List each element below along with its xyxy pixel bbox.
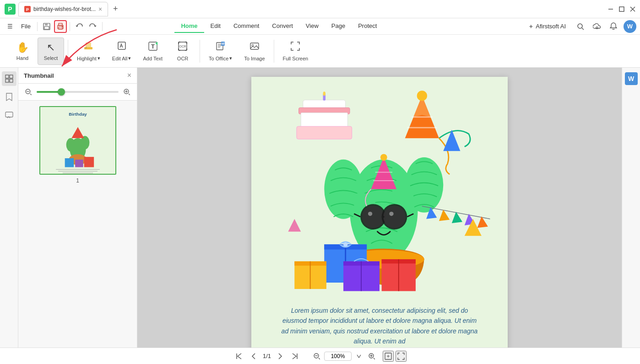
edit-all-tool[interactable]: Edit All ▾: [107, 37, 136, 65]
zoom-in-bottom-btn[interactable]: [366, 351, 377, 362]
bottom-bar: 1/1 100%: [0, 348, 640, 364]
thumbnail-header: Thumbnail ×: [18, 68, 137, 84]
svg-point-95: [389, 212, 393, 216]
new-tab-btn[interactable]: +: [110, 4, 121, 15]
menu-home[interactable]: Home: [174, 20, 204, 33]
zoom-in-btn[interactable]: [122, 87, 131, 96]
tab-close-btn[interactable]: ×: [98, 5, 102, 13]
save-btn[interactable]: [40, 20, 53, 33]
full-screen-label: Full Screen: [283, 56, 309, 61]
fit-page-btn[interactable]: [383, 351, 394, 362]
svg-rect-46: [5, 75, 9, 78]
hand-tool[interactable]: ✋ Hand: [9, 37, 36, 65]
to-office-icon: W: [216, 41, 226, 54]
menu-tabs: Home Edit Comment Convert View Page Prot…: [174, 20, 383, 33]
to-image-tool[interactable]: To Image: [239, 37, 270, 65]
edit-all-label: Edit All ▾: [112, 55, 131, 61]
word-badge: W: [625, 72, 638, 85]
svg-rect-10: [44, 27, 49, 29]
svg-rect-71: [303, 100, 346, 109]
svg-rect-65: [65, 158, 74, 167]
next-page-btn[interactable]: [275, 351, 286, 362]
tab-active[interactable]: P birthday-wishes-for-brot... ×: [18, 2, 108, 16]
svg-text:T: T: [151, 43, 155, 50]
undo-btn[interactable]: [73, 20, 86, 33]
comments-panel-btn[interactable]: [2, 108, 16, 123]
svg-marker-121: [443, 130, 460, 151]
thumbnail-preview: Birthday: [39, 106, 116, 175]
maximize-btn[interactable]: [618, 5, 625, 13]
zoom-out-bottom-btn[interactable]: [311, 351, 322, 362]
svg-line-52: [30, 94, 32, 95]
menu-comment[interactable]: Comment: [227, 20, 266, 33]
highlight-tool[interactable]: Highlight ▾: [72, 37, 105, 65]
thumbnail-page-1[interactable]: Birthday: [39, 106, 116, 184]
redo-btn[interactable]: [87, 20, 99, 33]
bookmarks-panel-btn[interactable]: [2, 90, 16, 104]
sep2: [200, 40, 200, 63]
hand-icon: ✋: [16, 42, 29, 54]
notification-button[interactable]: [607, 20, 620, 33]
menu-page[interactable]: Page: [325, 20, 352, 33]
svg-rect-86: [392, 188, 413, 203]
menu-right: ✦ Afirstsoft AI W: [524, 20, 636, 33]
pdf-content-area[interactable]: Lorem ipsum dolor sit amet, consectetur …: [137, 68, 622, 348]
zoom-controls: 100%: [311, 351, 407, 362]
svg-point-81: [417, 91, 427, 101]
hamburger-menu[interactable]: ☰: [4, 21, 16, 32]
select-tool[interactable]: ↖ Select: [38, 37, 64, 65]
user-avatar[interactable]: W: [624, 20, 636, 33]
first-page-btn[interactable]: [233, 351, 244, 362]
right-panel-word-btn[interactable]: W: [624, 71, 639, 86]
close-btn[interactable]: [629, 5, 636, 13]
thumbnail-panel-btn[interactable]: [2, 71, 16, 86]
add-text-tool[interactable]: T Add Text: [138, 37, 168, 65]
full-screen-icon: [290, 41, 300, 54]
to-office-label: To Office ▾: [209, 55, 232, 61]
last-page-btn[interactable]: [289, 351, 300, 362]
app-icon: P: [4, 3, 16, 16]
file-menu-btn[interactable]: File: [17, 21, 34, 32]
ocr-icon: OCR: [178, 41, 188, 54]
to-office-tool[interactable]: W To Office ▾: [204, 37, 237, 65]
svg-rect-73: [301, 113, 347, 128]
tab-title: birthday-wishes-for-brot...: [33, 6, 96, 12]
title-bar: P P birthday-wishes-for-brot... × +: [0, 0, 640, 18]
menu-left: ☰ File: [4, 20, 104, 33]
thumbnail-zoom-bar: [18, 84, 137, 101]
svg-text:P: P: [26, 7, 29, 12]
ai-button[interactable]: ✦ Afirstsoft AI: [524, 21, 570, 32]
svg-point-14: [62, 26, 63, 27]
prev-page-btn[interactable]: [248, 351, 259, 362]
separator2: [70, 22, 70, 31]
svg-rect-47: [10, 75, 13, 78]
hamburger-icon: ☰: [7, 23, 13, 30]
separator3: [102, 22, 103, 31]
thumbnail-title: Thumbnail: [24, 72, 54, 79]
ocr-tool[interactable]: OCR OCR: [169, 37, 196, 65]
zoom-dropdown-btn[interactable]: [353, 351, 364, 362]
select-icon: ↖: [47, 42, 55, 54]
highlight-icon: [83, 41, 93, 54]
full-screen-tool[interactable]: Full Screen: [278, 37, 314, 65]
menu-protect[interactable]: Protect: [352, 20, 383, 33]
minimize-btn[interactable]: [607, 5, 614, 13]
print-btn[interactable]: [54, 20, 67, 33]
cloud-button[interactable]: [591, 20, 603, 33]
svg-text:W: W: [221, 42, 224, 45]
menu-edit[interactable]: Edit: [204, 20, 227, 33]
zoom-value-display[interactable]: 100%: [324, 352, 352, 361]
svg-text:P: P: [8, 5, 12, 13]
search-button[interactable]: [574, 20, 587, 33]
zoom-slider[interactable]: [37, 91, 119, 93]
svg-point-105: [343, 242, 347, 246]
fit-width-btn[interactable]: [396, 351, 407, 362]
menu-view[interactable]: View: [299, 20, 325, 33]
menu-convert[interactable]: Convert: [266, 20, 299, 33]
svg-rect-20: [86, 43, 91, 48]
thumbnail-close-btn[interactable]: ×: [127, 71, 131, 80]
zoom-out-btn[interactable]: [24, 87, 33, 96]
svg-marker-123: [288, 219, 301, 232]
separator: [37, 22, 38, 31]
pdf-page: Lorem ipsum dolor sit amet, consectetur …: [251, 77, 508, 348]
